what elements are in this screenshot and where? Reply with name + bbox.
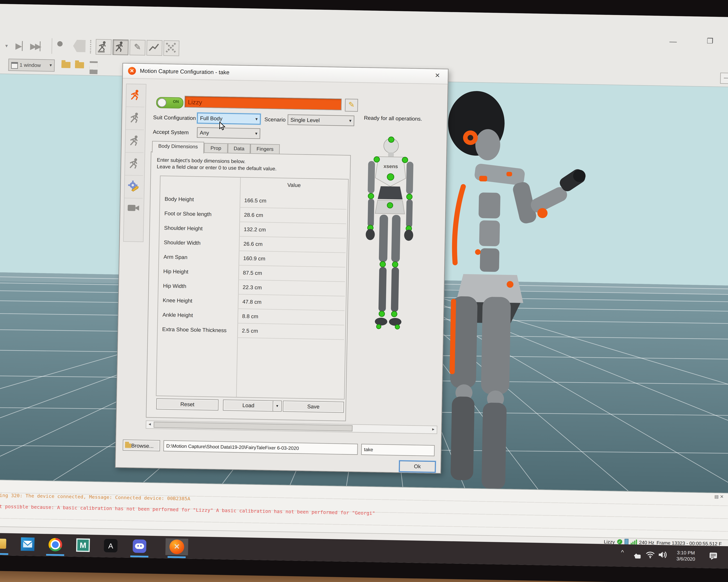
chevron-down-icon: ▾: [349, 116, 352, 126]
status-ready-text: Ready for all operations.: [364, 115, 422, 122]
value-cell[interactable]: 132.2 cm: [243, 222, 266, 237]
value-cell[interactable]: 8.8 cm: [242, 309, 258, 324]
taskbar-file-explorer-icon[interactable]: [0, 535, 11, 552]
settings-gear-wrench-icon[interactable]: [125, 175, 143, 199]
tray-pen-icon[interactable]: [633, 551, 641, 569]
subject-tab-4[interactable]: [125, 153, 144, 176]
save-folder-icon[interactable]: [75, 62, 84, 68]
marker-tag-icon[interactable]: [73, 40, 86, 52]
log-dock-icon[interactable]: ▤: [714, 494, 719, 499]
record-icon[interactable]: ●: [56, 36, 64, 51]
subject-name-field[interactable]: Lizzy: [184, 96, 342, 110]
body-dimensions-group: Enter subject's body dimensions below. L…: [146, 151, 351, 421]
scroll-left-icon[interactable]: ◂: [146, 421, 153, 427]
child-minimize-icon[interactable]: —: [720, 73, 728, 84]
scroll-right-icon[interactable]: ▸: [430, 426, 437, 432]
app-restore-icon[interactable]: ❐: [707, 37, 713, 45]
value-cell[interactable]: 87.5 cm: [243, 266, 262, 280]
value-cell[interactable]: 26.6 cm: [243, 237, 263, 252]
tray-wifi-icon[interactable]: [646, 550, 655, 569]
accept-system-label: Accept System: [153, 129, 189, 135]
save-button[interactable]: Save: [283, 400, 344, 413]
folder-icon: [125, 443, 131, 448]
taskbar-clock[interactable]: 3:10 PM 3/6/2020: [669, 550, 702, 562]
open-folder-icon[interactable]: [61, 62, 71, 68]
log-warning-line: Warning 320: The device connected, Messa…: [0, 492, 190, 501]
clock-date: 3/6/2020: [669, 556, 702, 562]
tab-data[interactable]: Data: [228, 143, 251, 155]
running-indicator: [167, 556, 186, 558]
motion-capture-configuration-dialog: Motion Capture Configuration - take ✕: [115, 63, 449, 474]
subject-enabled-toggle[interactable]: ON: [156, 97, 183, 109]
value-cell[interactable]: 160.9 cm: [243, 251, 265, 266]
reset-button[interactable]: Reset: [156, 398, 218, 411]
value-cell[interactable]: 22.3 cm: [242, 280, 262, 295]
avatar-preview: xsens: [353, 132, 430, 350]
value-cell[interactable]: 47.8 cm: [242, 295, 262, 309]
subject-tab-active[interactable]: [126, 84, 145, 107]
avatar-brand-text: xsens: [384, 163, 398, 169]
chart-tool-icon[interactable]: [146, 40, 162, 56]
status-rate: 240 Hz: [639, 539, 654, 545]
value-cell[interactable]: 166.5 cm: [244, 193, 266, 208]
edit-tool-icon[interactable]: ✎: [129, 39, 146, 55]
fast-forward-icon[interactable]: ▶▶▏: [30, 39, 45, 54]
status-check-icon: ✓: [617, 539, 622, 544]
dimensions-table: Value Body Height166.5 cm Foot or Shoe l…: [156, 176, 349, 399]
taskbar-chrome-icon[interactable]: [44, 536, 67, 553]
edit-name-pencil-icon[interactable]: ✎: [345, 99, 358, 112]
load-dropdown-icon[interactable]: ▾: [272, 400, 282, 412]
horizontal-scrollbar[interactable]: ◂ ▸: [146, 420, 437, 434]
photo-stage: ▾ ▶▏ ▶▶▏ ● ✎: [0, 0, 728, 582]
toggle-on-label: ON: [173, 100, 179, 104]
clock-time: 3:10 PM: [670, 550, 702, 556]
window-layout-select[interactable]: 1 window ▾: [8, 59, 55, 72]
taskbar-mvn-icon[interactable]: M: [72, 536, 95, 554]
scenario-select[interactable]: Single Level▾: [288, 114, 355, 126]
camera-tab-icon[interactable]: [124, 198, 142, 221]
take-name-field[interactable]: take: [361, 444, 435, 456]
dialog-close-icon[interactable]: ✕: [435, 72, 440, 79]
tab-prop[interactable]: Prop: [204, 143, 228, 154]
tray-chevron-up-icon[interactable]: ^: [621, 549, 624, 569]
ok-button[interactable]: Ok: [399, 461, 436, 472]
chevron-down-icon: ▾: [255, 129, 258, 139]
log-close-icon[interactable]: ✕: [720, 494, 724, 499]
load-button[interactable]: Load: [223, 399, 274, 412]
suit-configuration-select[interactable]: Full Body▾: [197, 113, 261, 124]
runner-tool-icon[interactable]: [112, 39, 129, 55]
resize-tool-icon[interactable]: [163, 40, 180, 56]
runner-chart-tool-icon[interactable]: [96, 39, 112, 55]
tray-speaker-icon[interactable]: [658, 551, 667, 569]
screen: ▾ ▶▏ ▶▶▏ ● ✎: [0, 4, 728, 569]
running-indicator: [130, 556, 148, 558]
value-cell[interactable]: 28.6 cm: [244, 208, 263, 223]
running-indicator: [46, 554, 64, 556]
subject-tab-3[interactable]: [125, 130, 144, 153]
xsens-logo-icon: [128, 67, 136, 75]
chevron-down-icon: ▾: [255, 114, 258, 124]
taskbar-xsens-icon[interactable]: [165, 538, 188, 556]
value-cell[interactable]: 2.5 cm: [242, 324, 258, 338]
taskbar-mail-icon[interactable]: [16, 535, 39, 553]
subject-tab-2[interactable]: [126, 107, 144, 130]
subject-tab-strip: [123, 84, 147, 242]
action-center-icon[interactable]: [709, 552, 718, 569]
play-to-next-icon[interactable]: ▶▏: [15, 39, 29, 53]
monitor-bezel: ▾ ▶▏ ▶▶▏ ● ✎: [0, 0, 728, 582]
instructions-line2: Leave a field clear or enter 0 to use th…: [157, 163, 277, 172]
chevron-down-icon: ▾: [50, 60, 52, 71]
toolbar-dropdown-icon[interactable]: ▾: [5, 38, 8, 53]
dialog-title: Motion Capture Configuration - take: [140, 68, 230, 75]
scrollbar-thumb[interactable]: [154, 422, 353, 432]
app-minimize-icon[interactable]: —: [669, 37, 677, 46]
mouse-cursor: [219, 121, 226, 131]
session-path-field[interactable]: D:\Motion Capture\Shoot Data\19-20\Fairy…: [163, 440, 358, 455]
taskbar-a-app-icon[interactable]: A: [99, 537, 122, 554]
tab-body-dimensions[interactable]: Body Dimensions: [152, 141, 204, 154]
status-subject: Lizzy: [604, 538, 615, 545]
taskbar-discord-icon[interactable]: [128, 537, 151, 555]
accept-system-select[interactable]: Any▾: [197, 127, 260, 139]
rows-layout-icon[interactable]: [89, 61, 98, 70]
browse-button[interactable]: Browse...: [123, 439, 160, 451]
